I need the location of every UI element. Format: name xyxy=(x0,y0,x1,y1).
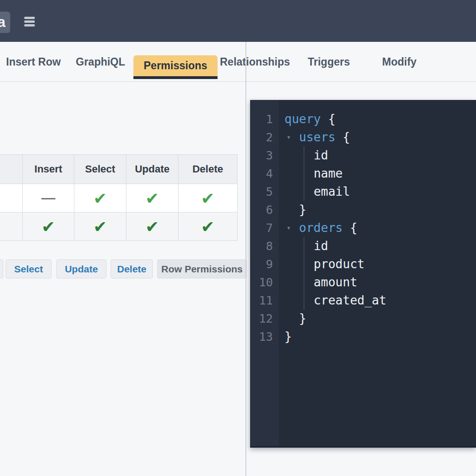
check-icon: ✔ xyxy=(41,218,55,235)
tab-permissions[interactable]: Permissions xyxy=(133,55,218,79)
line-number: 11 xyxy=(250,291,279,310)
fold-arrow-icon[interactable] xyxy=(283,110,295,128)
code-line[interactable]: 9 product xyxy=(250,255,476,273)
code-text: amount xyxy=(314,275,357,289)
delete-permission-cell[interactable]: ✔ xyxy=(178,184,238,212)
code-line[interactable]: 2 ▾ users { xyxy=(250,128,476,146)
fold-arrow-icon[interactable]: ▾ xyxy=(283,219,295,237)
tab-insert-row[interactable]: Insert Row xyxy=(6,42,61,82)
role-cell xyxy=(0,184,23,212)
insert-column-header: Insert xyxy=(23,155,74,184)
code-line[interactable]: 8 id xyxy=(250,237,476,255)
code-line[interactable]: 3 id xyxy=(250,146,476,165)
row-permissions-button[interactable]: Row Permissions xyxy=(157,259,247,278)
delete-permission-button[interactable]: Delete xyxy=(111,259,153,278)
permission-row: — ✔ ✔ ✔ xyxy=(0,184,238,212)
graphql-field-name: users xyxy=(299,130,335,144)
tab-modify[interactable]: Modify xyxy=(382,42,416,82)
line-number: 13 xyxy=(250,328,279,346)
code-text: email xyxy=(314,185,350,198)
check-icon: ✔ xyxy=(201,190,214,206)
code-text: } xyxy=(299,203,306,217)
update-permission-cell[interactable]: ✔ xyxy=(126,184,178,212)
fold-arrow-icon[interactable] xyxy=(283,201,295,219)
delete-column-header: Delete xyxy=(178,155,238,184)
code-text: } xyxy=(299,311,306,325)
fold-arrow-icon[interactable] xyxy=(283,165,295,183)
code-text: { xyxy=(343,221,357,235)
select-permission-cell[interactable]: ✔ xyxy=(74,212,126,241)
table-tab-bar: Insert Row GraphiQL Permissions Relation… xyxy=(0,42,476,82)
fold-arrow-icon[interactable] xyxy=(283,291,295,310)
tab-triggers[interactable]: Triggers xyxy=(308,42,350,82)
insert-permission-cell[interactable]: ✔ xyxy=(23,212,74,241)
code-text: { xyxy=(336,130,350,144)
select-permission-cell[interactable]: ✔ xyxy=(74,184,126,212)
fold-arrow-icon[interactable] xyxy=(283,310,295,328)
insert-permission-cell[interactable]: — xyxy=(23,184,74,212)
update-permission-button[interactable]: Update xyxy=(56,259,106,278)
code-line[interactable]: 12 } xyxy=(250,310,476,328)
code-text: name xyxy=(314,166,343,180)
check-icon: ✔ xyxy=(93,190,107,206)
tab-graphiql[interactable]: GraphiQL xyxy=(76,42,125,82)
line-number: 8 xyxy=(250,237,279,255)
check-icon: ✔ xyxy=(145,218,159,235)
cutoff-button[interactable] xyxy=(0,259,3,278)
code-text: product xyxy=(314,257,365,271)
line-number: 4 xyxy=(250,165,279,183)
line-number: 2 xyxy=(250,128,279,146)
update-column-header: Update xyxy=(126,155,178,184)
code-text: { xyxy=(321,112,335,126)
role-column-header xyxy=(0,155,23,184)
code-text: id xyxy=(314,148,328,162)
line-number: 3 xyxy=(250,146,279,165)
line-number: 1 xyxy=(250,110,279,128)
panel-divider xyxy=(245,42,246,476)
line-number: 12 xyxy=(250,310,279,328)
app-logo[interactable]: a xyxy=(0,12,10,33)
line-number: 9 xyxy=(250,255,279,273)
permission-row: ✔ ✔ ✔ ✔ xyxy=(0,212,238,241)
check-icon: ✔ xyxy=(93,218,107,235)
fold-arrow-icon[interactable] xyxy=(283,255,295,273)
fold-arrow-icon[interactable] xyxy=(283,273,295,291)
code-line[interactable]: 1 query { xyxy=(250,110,476,128)
code-line[interactable]: 11 created_at xyxy=(250,291,476,310)
line-number: 10 xyxy=(250,273,279,291)
check-icon: ✔ xyxy=(201,218,214,235)
fold-arrow-icon[interactable] xyxy=(283,328,295,346)
fold-arrow-icon[interactable] xyxy=(283,237,295,255)
hamburger-menu-icon[interactable] xyxy=(24,17,35,27)
delete-permission-cell[interactable]: ✔ xyxy=(178,212,238,241)
tab-relationships[interactable]: Relationships xyxy=(220,42,290,82)
graphql-field-name: orders xyxy=(299,221,343,235)
code-text: created_at xyxy=(314,293,387,307)
app-logo-letter: a xyxy=(0,14,6,31)
line-number: 7 xyxy=(250,219,279,237)
fold-arrow-icon[interactable] xyxy=(283,183,295,201)
check-icon: ✔ xyxy=(145,190,159,206)
line-number: 6 xyxy=(250,201,279,219)
top-navbar: a xyxy=(0,0,476,42)
fold-arrow-icon[interactable] xyxy=(283,146,295,165)
permissions-table: Insert Select Update Delete — ✔ ✔ ✔ xyxy=(0,154,238,241)
code-line[interactable]: 6 } xyxy=(250,201,476,219)
graphiql-query-editor[interactable]: 1 query { 2 ▾ users { 3 id 4 name 5 emai… xyxy=(250,100,476,448)
update-permission-cell[interactable]: ✔ xyxy=(126,212,178,241)
line-number: 5 xyxy=(250,183,279,201)
code-text: id xyxy=(314,239,328,253)
code-line[interactable]: 7 ▾ orders { xyxy=(250,219,476,237)
code-line[interactable]: 10 amount xyxy=(250,273,476,291)
fold-arrow-icon[interactable]: ▾ xyxy=(283,128,295,146)
permission-action-buttons: Select Update Delete Row Permissions xyxy=(0,259,247,278)
role-cell xyxy=(0,212,23,241)
select-permission-button[interactable]: Select xyxy=(6,259,52,278)
code-line[interactable]: 5 email xyxy=(250,183,476,201)
permissions-table-header: Insert Select Update Delete xyxy=(0,155,238,184)
code-line[interactable]: 13 } xyxy=(250,328,476,346)
select-column-header: Select xyxy=(74,155,126,184)
no-permission-dash-icon: — xyxy=(41,191,55,205)
code-line[interactable]: 4 name xyxy=(250,165,476,183)
